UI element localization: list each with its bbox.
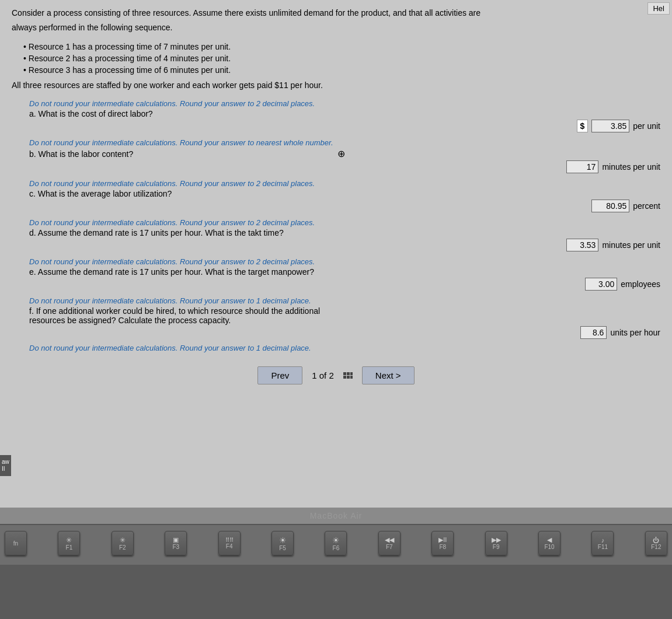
crosshair-icon: ⊕ [337,148,345,159]
f7-key[interactable]: ◀◀ F7 [378,531,401,555]
answer-input-c[interactable] [591,200,629,212]
next-button[interactable]: Next > [362,366,415,384]
svg-rect-2 [350,372,353,375]
macbook-label: MacBook Air [0,511,672,520]
svg-rect-1 [347,372,350,375]
unit-a: per unit [633,121,660,131]
f9-key[interactable]: ▶▶ F9 [485,531,507,555]
resource-3: Resource 3 has a processing time of 6 mi… [23,65,660,75]
f5-key[interactable]: ☀ F5 [271,531,294,555]
question-f-label: f. If one additional worker could be hir… [29,306,333,325]
instruction-c: Do not round your intermediate calculati… [29,179,660,188]
instruction-d: Do not round your intermediate calculati… [29,218,660,227]
answer-input-a[interactable] [591,120,629,132]
help-button[interactable]: Hel [647,2,670,15]
unit-d: minutes per unit [602,240,660,250]
unit-c: percent [633,201,660,211]
page-info: 1 of 2 [312,370,334,380]
keyboard: fn ✳ F1 ✳ F2 ▣ F3 ⠿⠿ F4 ☀ F5 ☀ F6 [0,524,672,565]
question-c: Do not round your intermediate calculati… [29,179,660,212]
f10-key[interactable]: ◀ F10 [538,531,560,555]
keyboard-area: MacBook Air fn ✳ F1 ✳ F2 ▣ F3 ⠿⠿ F4 ☀ F5 [0,508,672,565]
question-b: Do not round your intermediate calculati… [29,138,660,173]
grid-view-icon[interactable] [343,372,353,379]
side-badge: aw II [0,455,11,476]
question-a: Do not round your intermediate calculati… [29,99,660,132]
question-c-label: c. What is the average labor utilization… [29,189,660,198]
answer-input-b[interactable] [566,160,598,173]
instruction-f: Do not round your intermediate calculati… [29,296,660,305]
f4-key[interactable]: ⠿⠿ F4 [218,531,241,555]
question-e: Do not round your intermediate calculati… [29,257,660,291]
svg-rect-5 [350,376,353,379]
f6-key[interactable]: ☀ F6 [325,531,347,555]
answer-input-d[interactable] [566,239,598,251]
fn-key[interactable]: fn [5,531,27,555]
question-b-label: b. What is the labor content? [29,149,333,159]
question-a-label: a. What is the cost of direct labor? [29,109,660,118]
resource-1: Resource 1 has a processing time of 7 mi… [23,42,660,51]
intro-line1: Consider a process consisting of three r… [12,7,660,19]
intro-line2: always performed in the following sequen… [12,22,660,34]
prev-button[interactable]: Prev [257,366,302,384]
question-e-label: e. Assume the demand rate is 17 units pe… [29,267,660,277]
instruction-f2: Do not round your intermediate calculati… [29,344,660,352]
answer-input-f[interactable] [580,326,607,339]
question-d-label: d. Assume the demand rate is 17 units pe… [29,228,660,237]
svg-rect-3 [343,376,346,379]
f2-key[interactable]: ✳ F2 [112,531,134,555]
dollar-sign-a: $ [577,120,589,132]
unit-e: employees [621,279,660,289]
staffed-text: All three resources are staffed by one w… [12,81,660,90]
page-navigation: Prev 1 of 2 Next > [12,358,660,390]
question-f: Do not round your intermediate calculati… [29,296,660,352]
unit-f: units per hour [610,328,660,337]
instruction-a: Do not round your intermediate calculati… [29,99,660,108]
resource-2: Resource 2 has a processing time of 4 mi… [23,54,660,63]
svg-rect-0 [343,372,346,375]
f3-key[interactable]: ▣ F3 [165,531,187,555]
f1-key[interactable]: ✳ F1 [58,531,80,555]
resources-list: Resource 1 has a processing time of 7 mi… [23,42,660,75]
unit-b: minutes per unit [602,162,660,172]
question-d: Do not round your intermediate calculati… [29,218,660,251]
instruction-b: Do not round your intermediate calculati… [29,138,660,147]
instruction-e: Do not round your intermediate calculati… [29,257,660,266]
f11-key[interactable]: ♪ F11 [591,531,614,555]
svg-rect-4 [347,376,350,379]
answer-input-e[interactable] [585,278,617,291]
f8-key[interactable]: ▶II F8 [431,531,454,555]
power-key[interactable]: ⏻ F12 [645,531,667,555]
